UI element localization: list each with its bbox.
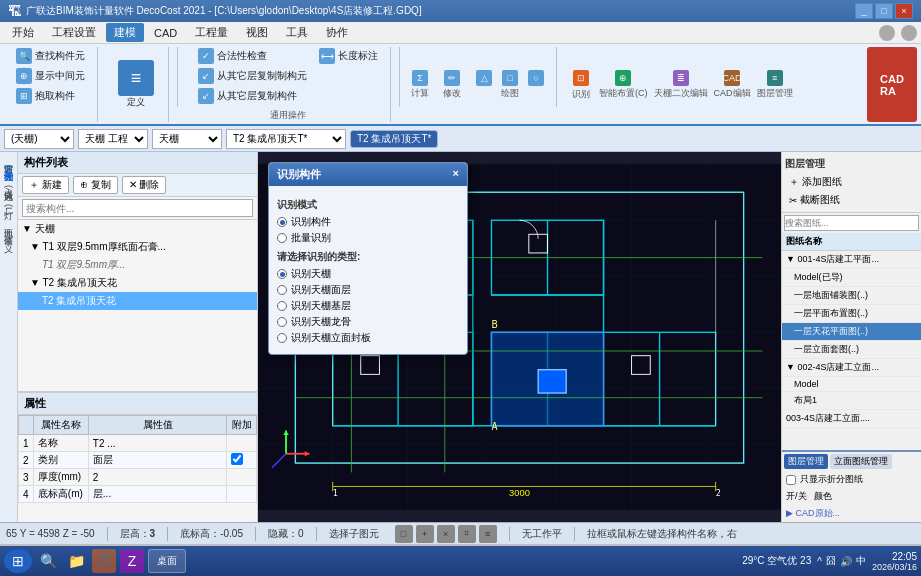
project-select[interactable]: 天棚 工程	[78, 129, 148, 149]
page-tab-main[interactable]: T2 集成吊顶天T*	[350, 130, 438, 148]
find-component-btn[interactable]: 🔍 查找构件元	[12, 47, 89, 65]
show-middle-btn[interactable]: ⊕ 显示中间元	[12, 67, 89, 85]
triangle-btn[interactable]: △	[472, 69, 496, 87]
tree-t2-detail[interactable]: T2 集成吊顶天花	[18, 292, 257, 310]
length-mark-btn[interactable]: ⟷ 长度标注	[315, 47, 382, 65]
menu-item-collab[interactable]: 协作	[318, 23, 356, 42]
menu-item-tools[interactable]: 工具	[278, 23, 316, 42]
layer-layout[interactable]: 一层平面布置图(..)	[782, 305, 921, 323]
layer-layout1[interactable]: 布局1	[782, 392, 921, 410]
menu-item-view[interactable]: 视图	[238, 23, 276, 42]
radio-identify[interactable]: 识别构件	[277, 214, 459, 230]
tree-ceiling[interactable]: ▼ 天棚	[18, 220, 257, 238]
tool-btn-3[interactable]: ×	[437, 525, 455, 543]
modify-btn[interactable]: ✏	[440, 69, 464, 87]
layer-mgmt-section: 图层管理 ＋ 添加图纸 ✂ 截断图纸	[782, 152, 921, 213]
tool-btn-2[interactable]: +	[416, 525, 434, 543]
sidebar-floor[interactable]: 地面	[0, 220, 17, 224]
delete-btn[interactable]: ✕ 删除	[122, 176, 167, 194]
radio-base[interactable]: 识别天棚基层	[277, 298, 459, 314]
files-taskbar-btn[interactable]: 📁	[64, 549, 88, 573]
layer-ceiling-plan[interactable]: 一层天花平面图(..)	[782, 323, 921, 341]
tool-btn-4[interactable]: ⌗	[458, 525, 476, 543]
app2-taskbar-btn[interactable]: Z	[120, 549, 144, 573]
smart-arrange-btn[interactable]: ⊕	[611, 69, 635, 87]
circle-btn[interactable]: ○	[524, 69, 548, 87]
sidebar-decor[interactable]: 装修	[0, 227, 17, 231]
detail-select[interactable]: T2 集成吊顶天T*	[226, 129, 346, 149]
new-btn[interactable]: ＋ 新建	[22, 176, 69, 194]
layer-select[interactable]: (天棚)	[4, 129, 74, 149]
layer-003[interactable]: 003-4S店建工立面....	[782, 410, 921, 428]
tray-volume[interactable]: 🔊	[840, 556, 852, 567]
cut-drawing-btn[interactable]: ✂ 截断图纸	[785, 191, 918, 209]
right-bottom-section: 图层管理 立面图纸管理 只显示折分图纸 开/关 颜色 ▶ CAD原始...	[782, 450, 921, 522]
tree-t2[interactable]: ▼ T2 集成吊顶天花	[18, 274, 257, 292]
layer-002[interactable]: ▼ 002-4S店建工立面...	[782, 359, 921, 377]
app1-taskbar-btn[interactable]: 🎵	[92, 549, 116, 573]
tree-t1-detail[interactable]: T1 双层9.5mm厚...	[18, 256, 257, 274]
cad-original-row[interactable]: ▶ CAD原始...	[782, 505, 921, 522]
close-button[interactable]: ×	[895, 3, 913, 19]
define-btn[interactable]: ≡ 定义	[112, 57, 160, 112]
prop-extra-2[interactable]	[227, 452, 257, 469]
copy-from-layer2-btn[interactable]: ↙ 从其它层复制构件	[194, 87, 311, 105]
user-icon[interactable]	[901, 25, 917, 41]
component-select[interactable]: 天棚	[152, 129, 222, 149]
elevation-tab[interactable]: 立面图纸管理	[830, 454, 892, 469]
radio-batch[interactable]: 批量识别	[277, 230, 459, 246]
minimize-button[interactable]: _	[855, 3, 873, 19]
only-show-checkbox[interactable]	[786, 475, 796, 485]
menu-item-cad[interactable]: CAD	[146, 25, 185, 41]
tray-wifi[interactable]: 囧	[826, 554, 836, 568]
search-taskbar-btn[interactable]: 🔍	[36, 549, 60, 573]
calc-btn[interactable]: Σ	[408, 69, 432, 87]
layer-elevation[interactable]: 一层立面套图(..)	[782, 341, 921, 359]
radio-keel[interactable]: 识别天棚龙骨	[277, 314, 459, 330]
sidebar-ceiling[interactable]: 天棚(C)	[0, 163, 17, 180]
sidebar-vent[interactable]: 通风口(A)	[0, 183, 17, 199]
sidebar-wall[interactable]: 墙面	[0, 156, 17, 160]
sidebar-other[interactable]: 义	[0, 234, 17, 238]
cad-canvas[interactable]: 3000 B A	[258, 152, 781, 522]
layer-search-input[interactable]	[784, 215, 919, 231]
copy-btn[interactable]: ⊕ 复制	[73, 176, 118, 194]
tool-btn-1[interactable]: □	[395, 525, 413, 543]
tool-icons: □ + × ⌗ ≡	[395, 525, 497, 543]
rect-btn[interactable]: □	[498, 69, 522, 87]
cad-edit-btn[interactable]: CAD	[720, 69, 744, 87]
menu-item-start[interactable]: 开始	[4, 23, 42, 42]
menu-item-quantity[interactable]: 工程量	[187, 23, 236, 42]
tree-t1[interactable]: ▼ T1 双层9.5mm厚纸面石膏...	[18, 238, 257, 256]
maximize-button[interactable]: □	[875, 3, 893, 19]
identify-btn[interactable]: ⊡	[569, 69, 593, 87]
layer-model2[interactable]: Model	[782, 377, 921, 392]
search-input[interactable]	[22, 199, 253, 217]
help-icon[interactable]	[879, 25, 895, 41]
extract-btn[interactable]: ⊞ 抱取构件	[12, 87, 89, 105]
ceiling-edit-btn[interactable]: ≣	[669, 69, 693, 87]
sidebar-light[interactable]: 灯(L)	[0, 202, 17, 217]
layer-model-imported[interactable]: Model(已导)	[782, 269, 921, 287]
tray-expand[interactable]: ^	[817, 556, 822, 567]
menu-item-model[interactable]: 建模	[106, 23, 144, 42]
desktop-label[interactable]: 桌面	[148, 549, 186, 573]
validity-check-btn[interactable]: ✓ 合法性检查	[194, 47, 311, 65]
weather-info: 29°C 空气优 23	[742, 554, 811, 568]
add-drawing-btn[interactable]: ＋ 添加图纸	[785, 173, 918, 191]
menu-item-settings[interactable]: 工程设置	[44, 23, 104, 42]
copy-from-layer1-btn[interactable]: ↙ 从其它层复制制构元	[194, 67, 311, 85]
radio-ceiling[interactable]: 识别天棚	[277, 266, 459, 282]
radio-panel[interactable]: 识别天棚立面封板	[277, 330, 459, 346]
start-button[interactable]: ⊞	[4, 549, 32, 573]
layer-mgmt-btn[interactable]: ≡	[763, 69, 787, 87]
tray-ime[interactable]: 中	[856, 554, 866, 568]
radio-surface[interactable]: 识别天棚面层	[277, 282, 459, 298]
layer-mgmt-tab[interactable]: 图层管理	[784, 454, 828, 469]
dialog-close-btn[interactable]: ×	[453, 167, 459, 182]
layer-floor-plan[interactable]: 一层地面铺装图(..)	[782, 287, 921, 305]
prop-value-3[interactable]	[88, 469, 227, 486]
tool-btn-5[interactable]: ≡	[479, 525, 497, 543]
prop-value-1[interactable]	[88, 435, 227, 452]
layer-001[interactable]: ▼ 001-4S店建工平面...	[782, 251, 921, 269]
